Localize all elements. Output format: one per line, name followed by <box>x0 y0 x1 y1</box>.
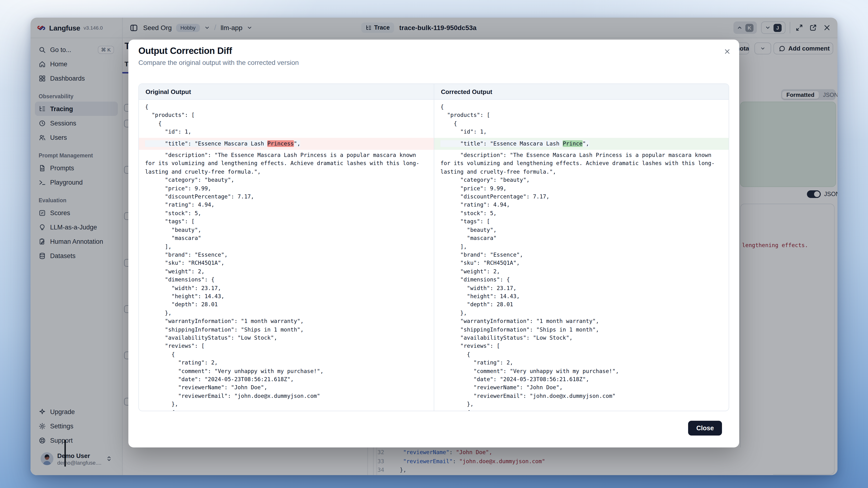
json-line: "width": 23.17, <box>145 284 428 292</box>
output-correction-diff-modal: Output Correction Diff Compare the origi… <box>128 40 739 448</box>
json-line: "stock": 5, <box>145 209 428 218</box>
diff-added-line: "title": "Essence Mascara Lash Prince", <box>434 138 728 150</box>
json-line: "reviewerEmail": "john.doe@x.dummyjson.c… <box>440 392 722 400</box>
json-line: "dimensions": { <box>440 276 722 284</box>
modal-close-icon[interactable] <box>723 47 732 56</box>
json-line: }, <box>145 309 428 318</box>
json-line: "height": 14.43, <box>440 292 722 301</box>
json-line: "stock": 5, <box>440 209 722 218</box>
json-line: "weight": 2, <box>440 267 722 276</box>
json-line: "tags": [ <box>145 218 428 226</box>
json-line: "sku": "RCH45Q1A", <box>145 259 428 268</box>
json-line: "products": [ <box>145 111 428 120</box>
json-line: "depth": 28.01 <box>440 301 722 309</box>
json-line: ], <box>145 242 428 251</box>
json-line: "description": "The Essence Mascara Lash… <box>145 151 428 176</box>
diff-added-word: Prince <box>563 140 582 147</box>
json-line: "rating": 2, <box>145 359 428 367</box>
diff-container: Original Output Corrected Output { "prod… <box>138 84 729 411</box>
json-line: "reviewerName": "John Doe", <box>145 384 428 392</box>
json-line: "id": 1, <box>145 128 428 136</box>
json-line: "brand": "Essence", <box>145 251 428 259</box>
desktop: Langfuse v3.146.0 Go to... ⌘ K HomeDashb… <box>0 0 868 488</box>
json-line: "date": "2024-05-23T08:56:21.618Z", <box>440 376 722 384</box>
json-line: "shippingInformation": "Ships in 1 month… <box>145 326 428 334</box>
json-line: "width": 23.17, <box>440 284 722 292</box>
app-window: Langfuse v3.146.0 Go to... ⌘ K HomeDashb… <box>31 18 837 475</box>
json-line: { <box>440 351 722 359</box>
corrected-output-header: Corrected Output <box>434 84 728 100</box>
json-line: "shippingInformation": "Ships in 1 month… <box>440 326 722 334</box>
json-line: "rating": 4.94, <box>440 201 722 209</box>
json-line: "brand": "Essence", <box>440 251 722 259</box>
json-line: }, <box>440 309 722 318</box>
json-line: "rating": 2, <box>440 359 722 367</box>
json-line: "height": 14.43, <box>145 292 428 301</box>
json-line: "reviewerEmail": "john.doe@x.dummyjson.c… <box>145 392 428 400</box>
json-line: { <box>145 351 428 359</box>
json-line: "depth": 28.01 <box>145 301 428 309</box>
json-line: "warrantyInformation": "1 month warranty… <box>145 317 428 326</box>
json-line: "rating": 4.94, <box>145 201 428 209</box>
json-line: "category": "beauty", <box>145 176 428 185</box>
modal-title: Output Correction Diff <box>138 46 232 56</box>
json-line: "warrantyInformation": "1 month warranty… <box>440 317 722 326</box>
json-line: { <box>145 103 428 111</box>
json-line: "category": "beauty", <box>440 176 722 185</box>
json-line: "reviews": [ <box>440 342 722 351</box>
original-output-header: Original Output <box>139 84 434 100</box>
json-line: "date": "2024-05-23T08:56:21.618Z", <box>145 376 428 384</box>
json-line: "reviews": [ <box>145 342 428 351</box>
diff-removed-line: "title": "Essence Mascara Lash Princess"… <box>139 138 434 150</box>
json-line: "reviewerName": "John Doe", <box>440 384 722 392</box>
json-line: "comment": "Very unhappy with my purchas… <box>145 367 428 376</box>
json-line: "availabilityStatus": "Low Stock", <box>145 334 428 342</box>
json-line: "beauty", <box>145 226 428 234</box>
json-line: { <box>145 120 428 128</box>
json-line: "discountPercentage": 7.17, <box>145 193 428 201</box>
json-line: }, <box>145 400 428 409</box>
json-line: "id": 1, <box>440 128 722 136</box>
json-line: { <box>145 409 428 411</box>
json-line: "comment": "Very unhappy with my purchas… <box>440 367 722 376</box>
json-line: "tags": [ <box>440 218 722 226</box>
json-line: }, <box>440 400 722 409</box>
json-line: "beauty", <box>440 226 722 234</box>
close-button[interactable]: Close <box>688 421 722 435</box>
json-line: "description": "The Essence Mascara Lash… <box>440 151 722 176</box>
json-line: { <box>440 409 722 411</box>
diff-removed-word: Princess <box>267 140 294 147</box>
json-line: ], <box>440 242 722 251</box>
json-line: { <box>440 120 722 128</box>
json-line: "weight": 2, <box>145 267 428 276</box>
json-line: "sku": "RCH45Q1A", <box>440 259 722 268</box>
json-line: "products": [ <box>440 111 722 120</box>
json-line: "dimensions": { <box>145 276 428 284</box>
original-output-json[interactable]: { "products": [ { "id": 1, "title": "Ess… <box>139 100 434 411</box>
corrected-output-json[interactable]: { "products": [ { "id": 1, "title": "Ess… <box>434 100 728 411</box>
modal-subtitle: Compare the original output with the cor… <box>138 59 299 66</box>
json-line: { <box>440 103 722 111</box>
json-line: "mascara" <box>440 234 722 242</box>
json-line: "availabilityStatus": "Low Stock", <box>440 334 722 342</box>
json-line: "discountPercentage": 7.17, <box>440 193 722 201</box>
json-line: "mascara" <box>145 234 428 242</box>
json-line: "price": 9.99, <box>440 184 722 193</box>
json-line: "price": 9.99, <box>145 184 428 193</box>
